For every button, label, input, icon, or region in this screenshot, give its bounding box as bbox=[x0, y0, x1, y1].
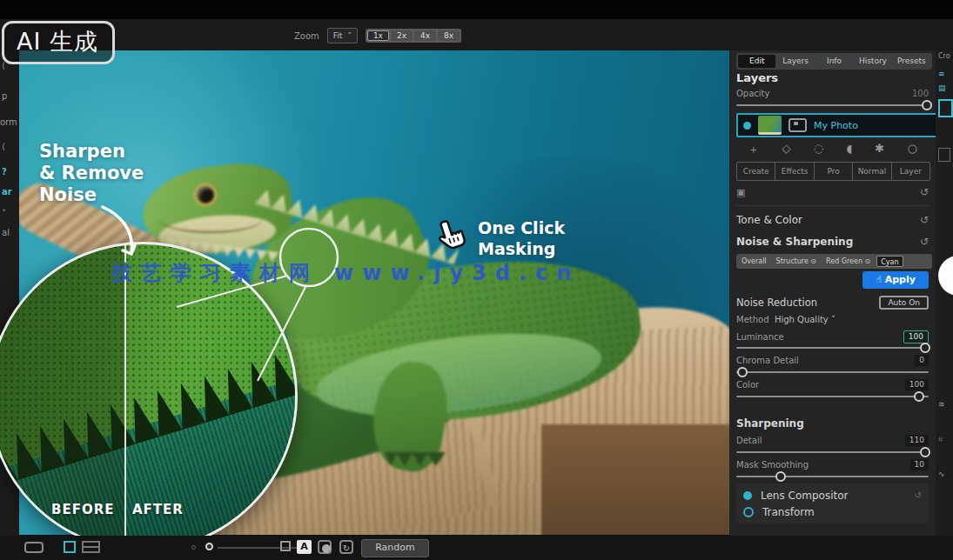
zoom-slider-track[interactable] bbox=[218, 547, 306, 549]
circle-icon[interactable]: ○ bbox=[907, 142, 916, 157]
method-row[interactable]: Method High Quality ˅ bbox=[736, 315, 929, 324]
random-button[interactable]: Random bbox=[361, 539, 429, 557]
chip-structure[interactable]: Structure ⊙ bbox=[773, 256, 820, 267]
tab-presets[interactable]: Presets bbox=[893, 55, 930, 68]
zoom-preset-8x[interactable]: 8x bbox=[438, 30, 460, 41]
lens-compositor-toggle[interactable]: Lens Compositor ↺ bbox=[743, 487, 922, 503]
toggle-off-ring bbox=[743, 507, 754, 517]
detail-row: Detail 110 bbox=[736, 435, 929, 446]
crop-label: Cro bbox=[938, 52, 950, 60]
adjust-icon[interactable]: ≡ bbox=[938, 70, 945, 78]
layer-name: My Photo bbox=[814, 120, 858, 131]
blank-frame-icon[interactable] bbox=[280, 541, 291, 551]
reset-icon[interactable]: ↺ bbox=[920, 186, 929, 198]
mask-smoothing-slider[interactable] bbox=[736, 476, 929, 477]
sidebar-item[interactable]: al bbox=[2, 228, 10, 237]
tab-history[interactable]: History bbox=[854, 55, 891, 68]
blend-layer-button[interactable]: Layer bbox=[892, 163, 930, 180]
reset-icon[interactable]: ↺ bbox=[915, 490, 922, 500]
zoom-label: Zoom bbox=[294, 31, 319, 41]
sidebar-item[interactable]: orm bbox=[0, 117, 17, 127]
sidebar-item[interactable]: ⟨ bbox=[2, 61, 5, 70]
panel-icon[interactable]: ▤ bbox=[938, 83, 946, 92]
chroma-slider[interactable] bbox=[736, 371, 929, 373]
before-label: BEFORE bbox=[51, 502, 114, 517]
history-icon[interactable]: ▣ bbox=[736, 187, 745, 198]
mini-icon[interactable]: ≋ bbox=[938, 400, 945, 409]
detail-label: Detail bbox=[736, 436, 762, 445]
transform-toggle[interactable]: Transform bbox=[743, 503, 922, 520]
mini-icon[interactable]: ⌗ bbox=[938, 435, 943, 444]
gear-icon[interactable]: ✱ bbox=[875, 142, 884, 157]
reset-icon[interactable]: ↺ bbox=[920, 236, 929, 248]
zoom-select[interactable]: Fit ˅ bbox=[327, 28, 358, 43]
luminance-slider[interactable] bbox=[736, 347, 929, 349]
zoom-preset-group: 1x 2x 4x 8x bbox=[366, 29, 461, 43]
after-label: AFTER bbox=[132, 502, 184, 517]
zoom-toolbar: Zoom Fit ˅ 1x 2x 4x 8x bbox=[294, 28, 461, 43]
iguana-mouth bbox=[158, 205, 263, 233]
screen-mode-icon[interactable] bbox=[24, 542, 44, 553]
chip-overall[interactable]: Overall bbox=[738, 256, 770, 267]
droplet-icon[interactable]: ◇ bbox=[782, 142, 790, 157]
layers-title: Layers bbox=[736, 71, 929, 84]
active-tool-box[interactable] bbox=[938, 99, 953, 117]
layer-visibility-dot[interactable] bbox=[743, 122, 751, 130]
single-view-icon[interactable] bbox=[64, 541, 76, 553]
noise-sharpening-section[interactable]: Noise & Sharpening ↺ bbox=[736, 236, 929, 248]
tab-edit[interactable]: Edit bbox=[738, 55, 775, 68]
bottom-toolbar: A ↻ Random bbox=[0, 536, 953, 560]
zoom-preset-2x[interactable]: 2x bbox=[391, 30, 413, 41]
panel-tabs: Edit Layers Info History Presets bbox=[736, 53, 932, 70]
chip-cyan[interactable]: Cyan bbox=[876, 256, 903, 267]
zoom-preset-4x[interactable]: 4x bbox=[414, 30, 436, 41]
auto-on-button[interactable]: Auto On bbox=[879, 296, 929, 310]
apply-button[interactable]: ☝ Apply bbox=[862, 271, 929, 289]
sidebar-item[interactable]: ˅ bbox=[2, 209, 6, 218]
sidebar-item[interactable]: p bbox=[2, 91, 7, 101]
chevron-down-icon: ˅ bbox=[347, 31, 352, 40]
blend-effects-button[interactable]: Effects bbox=[775, 163, 814, 180]
click-hand-icon bbox=[433, 217, 470, 261]
chroma-label: Chroma Detail bbox=[736, 356, 799, 365]
blend-pro-button[interactable]: Pro bbox=[815, 163, 853, 180]
crescent-icon[interactable]: ◖ bbox=[846, 142, 852, 157]
blend-create-button[interactable]: Create bbox=[737, 163, 775, 180]
circle-tool-icon[interactable] bbox=[318, 540, 332, 554]
zoom-slider-knob[interactable] bbox=[205, 543, 213, 550]
split-view-icon[interactable] bbox=[82, 541, 100, 553]
chroma-row: Chroma Detail 0 bbox=[736, 355, 929, 366]
layer-row[interactable]: My Photo bbox=[736, 113, 943, 137]
text-tool-button[interactable]: A bbox=[297, 540, 312, 554]
sidebar-item[interactable]: ar bbox=[2, 187, 12, 197]
sidebar-item[interactable]: ? bbox=[2, 167, 7, 177]
before-after-loupe[interactable]: BEFORE AFTER bbox=[0, 242, 298, 551]
sidebar-item[interactable]: ⟨ bbox=[2, 142, 5, 151]
opacity-slider[interactable] bbox=[736, 104, 929, 106]
method-value[interactable]: High Quality ˅ bbox=[775, 315, 836, 324]
tab-layers[interactable]: Layers bbox=[776, 55, 814, 68]
zoom-out-dot[interactable] bbox=[191, 545, 196, 550]
reset-icon[interactable]: ↺ bbox=[920, 214, 929, 226]
layer-mask-icon[interactable] bbox=[789, 118, 807, 132]
right-panel: Edit Layers Info History Presets Layers … bbox=[729, 50, 936, 560]
tone-color-section[interactable]: Tone & Color ↺ bbox=[736, 214, 929, 226]
sharpen-annotation: Sharpen & Remove Noise bbox=[39, 141, 144, 205]
chip-redgreen[interactable]: Red Green ⊙ bbox=[822, 256, 874, 267]
loupe-divider[interactable] bbox=[124, 244, 126, 549]
detail-slider[interactable] bbox=[736, 451, 929, 453]
toggle-on-dot bbox=[743, 491, 752, 500]
ai-generated-badge: AI 生成 bbox=[2, 21, 115, 64]
app-window: AI 生成 Zoom Fit ˅ 1x 2x 4x 8x ⟨ p orm ⟨ ?… bbox=[0, 0, 953, 560]
layer-thumbnail bbox=[758, 116, 782, 135]
zoom-preset-1x[interactable]: 1x bbox=[367, 30, 389, 41]
tab-info[interactable]: Info bbox=[815, 55, 853, 68]
eraser-icon[interactable]: ◌ bbox=[814, 142, 823, 157]
blend-normal-button[interactable]: Normal bbox=[853, 163, 891, 180]
tool-box[interactable] bbox=[938, 148, 950, 162]
color-slider[interactable] bbox=[736, 396, 929, 397]
masking-annotation: One Click Masking bbox=[478, 218, 565, 260]
rotate-icon[interactable]: ↻ bbox=[339, 540, 353, 554]
mini-icon[interactable]: ∿ bbox=[938, 470, 945, 478]
add-layer-icon[interactable]: ＋ bbox=[748, 142, 759, 157]
